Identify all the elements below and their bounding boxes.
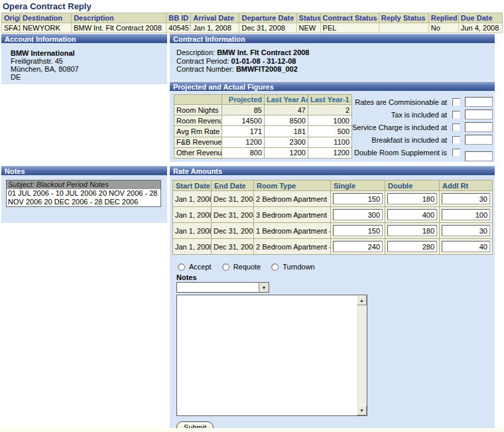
account-information-body: BMW International Freiligrathstr. 45 Mün… xyxy=(1,43,167,84)
addl-rate-input[interactable] xyxy=(442,241,490,252)
projected-figures-body: Projected Last Year Act. Last Year-1 Act… xyxy=(170,91,495,162)
account-information-header: Account Information xyxy=(1,34,167,43)
cell-reply-status xyxy=(379,23,428,33)
cell-departure-date: Dec 31, 2008 xyxy=(239,23,296,33)
service-charge-checkbox[interactable] xyxy=(452,123,460,131)
notes-category-select[interactable]: ▼ xyxy=(176,282,269,293)
proj-value: 8500 xyxy=(265,115,308,126)
account-address-line1: Freiligrathstr. 45 xyxy=(11,57,167,65)
contracts-table: Origin Destination Description BB ID Arr… xyxy=(1,13,503,33)
single-rate-input[interactable] xyxy=(333,225,383,236)
double-rate-input[interactable] xyxy=(387,241,437,252)
single-rate-input[interactable] xyxy=(333,193,383,204)
contract-period-value: 01-01-08 - 31-12-08 xyxy=(231,57,296,65)
column-header-bb-id: BB ID xyxy=(166,13,191,23)
service-charge-input[interactable] xyxy=(465,122,493,132)
proj-value: 14500 xyxy=(222,115,265,126)
rate-amounts-header: Rate Amounts xyxy=(170,166,495,175)
cell-bb-id: 405457 xyxy=(166,23,191,33)
selected-value xyxy=(177,283,259,292)
opera-contract-reply-page: Opera Contract Reply Origin Destination … xyxy=(0,0,504,432)
single-rate-input[interactable] xyxy=(333,209,383,220)
commissionable-checkbox[interactable] xyxy=(452,98,460,106)
option-row: Service Charge is included at xyxy=(352,121,493,133)
requote-radio[interactable] xyxy=(222,263,229,271)
double-rate-input[interactable] xyxy=(387,225,437,236)
chevron-down-icon[interactable]: ▼ xyxy=(259,283,269,292)
cell-status: NEW xyxy=(296,23,320,33)
rate-room-type: 1 Bedroom Apartment - Twi xyxy=(254,223,331,239)
cell-contract-status: PEL xyxy=(320,23,379,33)
double-rate-input[interactable] xyxy=(387,193,437,204)
cell-due-date: Jun 4, 2008 xyxy=(458,23,502,33)
table-row: Jan 1, 2008 Dec 31, 2008 1 Bedroom Apart… xyxy=(173,223,493,239)
rate-room-type: 3 Bedroom Apartment xyxy=(254,207,331,223)
single-rate-input[interactable] xyxy=(333,241,383,252)
table-row: Jan 1, 2008 Dec 31, 2008 2 Bedroom Apart… xyxy=(173,191,493,207)
addl-rate-input[interactable] xyxy=(442,225,490,236)
column-header-arrival-date: Arrival Date xyxy=(191,13,239,23)
column-header-contract-status: Contract Status xyxy=(320,13,379,23)
contract-description-value: BMW Int. Flt Contract 2008 xyxy=(217,48,309,56)
addl-rate-input[interactable] xyxy=(442,193,490,204)
contract-information-body: Description: BMW Int. Flt Contract 2008 … xyxy=(170,43,495,81)
proj-value: 1100 xyxy=(308,137,352,147)
service-charge-label: Service Charge is included at xyxy=(352,123,447,131)
proj-header-last-year-1: Last Year-1 Act. xyxy=(308,95,352,105)
table-row: Jan 1, 2008 Dec 31, 2008 3 Bedroom Apart… xyxy=(173,207,493,223)
tax-included-input[interactable] xyxy=(465,109,493,119)
rate-room-type: 2 Bedroom Apartment xyxy=(254,191,331,207)
page-title: Opera Contract Reply xyxy=(3,1,92,11)
turndown-radio[interactable] xyxy=(271,263,279,271)
proj-value: 800 xyxy=(222,147,265,158)
proj-row-label: Avg Rm Rate xyxy=(174,126,222,137)
contract-number-value: BMWFIT2008_002 xyxy=(236,65,298,73)
account-information-panel: Account Information BMW International Fr… xyxy=(1,34,167,84)
breakfast-included-checkbox[interactable] xyxy=(452,136,460,144)
proj-header-last-year: Last Year Act. xyxy=(265,95,308,105)
reply-decision-radios: Accept Requote Turndown xyxy=(178,263,492,271)
rate-header-start-date: Start Date xyxy=(173,180,212,191)
scroll-up-icon[interactable]: ▲ xyxy=(357,295,367,305)
scroll-down-icon[interactable]: ▼ xyxy=(357,405,367,415)
addl-rate-input[interactable] xyxy=(442,209,490,220)
textarea-scrollbar[interactable]: ▲ ▼ xyxy=(357,295,367,415)
contract-number-label: Contract Number: xyxy=(176,65,234,73)
rate-header-double: Double xyxy=(385,180,440,191)
proj-value: 1200 xyxy=(222,137,265,147)
double-room-supplement-input[interactable] xyxy=(465,151,493,161)
notes-panel: Notes Subject: Blackout Period Notes 01 … xyxy=(1,166,167,223)
proj-row-label: F&B Revenue xyxy=(174,137,222,147)
option-row: Rates are Commisionable at xyxy=(352,96,493,108)
column-header-status: Status xyxy=(296,13,320,23)
contract-information-panel: Contract Information Description: BMW In… xyxy=(170,34,495,81)
proj-row-label: Room Revenue xyxy=(174,115,222,126)
cell-description: BMW Int. Flt Contract 2008 xyxy=(72,23,166,33)
contract-information-header: Contract Information xyxy=(170,34,495,43)
table-row: Room Nights 85 47 2 xyxy=(174,105,352,115)
double-rate-input[interactable] xyxy=(387,209,437,220)
account-address-line3: DE xyxy=(11,73,167,81)
accept-radio[interactable] xyxy=(178,263,185,271)
notes-subject-row[interactable]: Subject: Blackout Period Notes xyxy=(7,180,160,189)
table-row: Other Revenue 800 1200 1200 xyxy=(174,147,352,158)
double-room-supplement-checkbox[interactable] xyxy=(452,149,460,157)
rate-start-date: Jan 1, 2008 xyxy=(173,191,212,207)
proj-header-blank xyxy=(174,95,222,105)
blackout-dates-text: 01 JUL 2006 - 10 JUL 2006 20 NOV 2006 - … xyxy=(7,189,160,206)
contracts-table-header-row: Origin Destination Description BB ID Arr… xyxy=(2,13,503,23)
reply-notes-textarea[interactable] xyxy=(176,295,367,416)
contract-number-line: Contract Number: BMWFIT2008_002 xyxy=(176,65,495,74)
column-header-description: Description xyxy=(72,13,166,23)
contract-row: SFA1 NEWYORK BMW Int. Flt Contract 2008 … xyxy=(2,23,503,33)
proj-value: 2 xyxy=(308,105,352,115)
rate-amounts-panel: Rate Amounts Start Date End Date Room Ty… xyxy=(170,166,495,429)
rate-end-date: Dec 31, 2008 xyxy=(212,191,254,207)
column-header-reply-status: Reply Status xyxy=(379,13,428,23)
tax-included-checkbox[interactable] xyxy=(452,111,460,119)
column-header-departure-date: Departure Date xyxy=(239,13,296,23)
commissionable-input[interactable] xyxy=(465,97,493,107)
reply-notes-label: Notes xyxy=(176,273,492,281)
rate-amounts-table: Start Date End Date Room Type Single Dou… xyxy=(172,180,493,255)
breakfast-included-input[interactable] xyxy=(465,135,493,145)
